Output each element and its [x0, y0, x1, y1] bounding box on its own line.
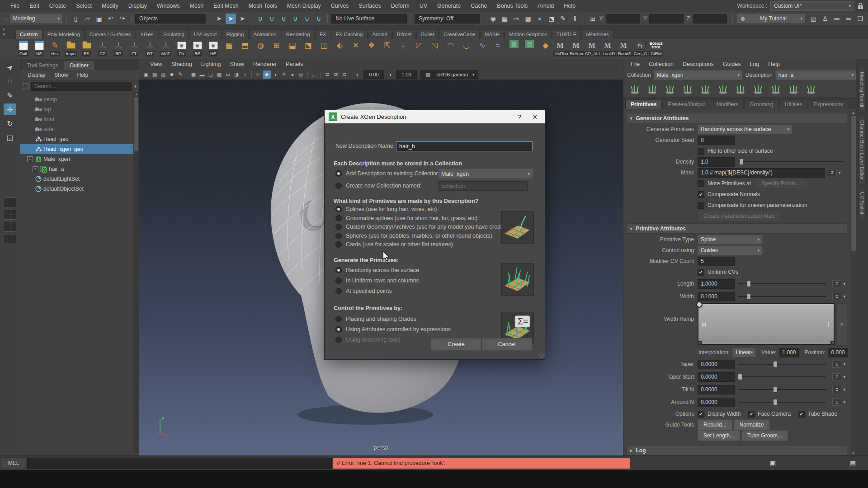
- radio-new-collection[interactable]: Create new Collection named:: [335, 183, 421, 189]
- tilt-n-slider[interactable]: [738, 389, 826, 390]
- snap-point-icon[interactable]: ∪: [278, 14, 289, 24]
- select-component-icon[interactable]: ➤: [237, 14, 248, 24]
- paint-effects-icon[interactable]: ✎: [558, 14, 568, 24]
- preview-off-icon[interactable]: [646, 83, 659, 95]
- export-patches-icon[interactable]: [681, 83, 694, 95]
- shaded-textured-icon[interactable]: ◑: [271, 70, 279, 79]
- select-guides-icon[interactable]: [787, 83, 800, 95]
- shelf-item-curve-wave-icon[interactable]: ≈: [490, 40, 506, 51]
- render-view-icon[interactable]: ◉: [488, 14, 498, 24]
- viewport-menu-panels[interactable]: Panels: [281, 61, 307, 67]
- menubar-item-mesh[interactable]: Mesh: [185, 0, 209, 12]
- grid-toggle-icon[interactable]: ▦: [189, 70, 198, 79]
- normalize-button[interactable]: Normalize: [734, 419, 770, 430]
- shelf-tab-animation[interactable]: Animation: [249, 30, 281, 39]
- scale-tool-icon[interactable]: ◱: [4, 131, 16, 143]
- tab-tool-settings[interactable]: Tool Settings: [22, 61, 64, 70]
- outliner-scrollbar[interactable]: ▲: [133, 92, 139, 453]
- drag-handle-icon[interactable]: ∷∷: [3, 16, 8, 21]
- shelf-tab-custom[interactable]: Custom: [15, 30, 42, 39]
- outliner-item-defaultLightSet[interactable]: defaultLightSet: [20, 174, 139, 184]
- outliner-item-Head_geo[interactable]: Head_geo: [20, 134, 139, 144]
- outliner-item-hair_a[interactable]: +Xhair_a: [20, 164, 139, 174]
- xgen-tab-modifiers[interactable]: Modifiers: [711, 99, 744, 109]
- chevron-down-icon[interactable]: ▾: [843, 282, 845, 286]
- radio-icon[interactable]: [335, 206, 342, 212]
- map-expression-icon[interactable]: Σ: [832, 361, 841, 368]
- select-region-icon[interactable]: [804, 83, 818, 95]
- slider-handle[interactable]: [747, 294, 750, 299]
- render-current-frame-icon[interactable]: ▦: [500, 14, 510, 24]
- expand-icon[interactable]: +: [33, 166, 38, 172]
- search-input[interactable]: [31, 82, 132, 91]
- outliner-menu-show[interactable]: Show: [50, 72, 72, 78]
- shelf-item-Impo[interactable]: Impo: [63, 40, 79, 56]
- xgen-tab-expressions[interactable]: Expressions: [808, 99, 848, 109]
- slider-handle[interactable]: [740, 159, 743, 164]
- map-expression-icon[interactable]: Σ: [828, 169, 837, 176]
- shelf-item-poly-layers2-icon[interactable]: ⬔: [300, 40, 316, 51]
- face-camera-checkbox[interactable]: [748, 411, 755, 418]
- xgen-menu-descriptions[interactable]: Descriptions: [678, 61, 718, 67]
- shelf-item-Outl[interactable]: Outl: [15, 40, 31, 56]
- snap-projected-center-icon[interactable]: ∪: [290, 14, 301, 24]
- shelf-item-CtRM[interactable]: BONUS TOOLCtRM: [648, 40, 664, 56]
- undo-icon[interactable]: ↶: [105, 14, 116, 24]
- shelf-item-BE[interactable]: ◉BE: [189, 40, 205, 56]
- radio-icon[interactable]: [335, 267, 342, 273]
- safe-title-icon[interactable]: T: [241, 70, 249, 79]
- scrollbar-thumb[interactable]: [851, 116, 856, 251]
- shelf-item-poly-unlock-icon[interactable]: ◹: [427, 40, 443, 51]
- pause-viewport-icon[interactable]: ‖: [570, 14, 580, 24]
- command-history-icon[interactable]: ▤: [848, 458, 858, 469]
- shelf-item-CP[interactable]: CP: [94, 40, 110, 56]
- shelf-tab-fx[interactable]: FX: [315, 30, 331, 39]
- bookmark-icon[interactable]: ◆: [168, 70, 176, 79]
- radio-icon[interactable]: [335, 215, 342, 221]
- layout-split-lr-icon[interactable]: [4, 222, 16, 232]
- shelf-item-AMToo[interactable]: MAMToo: [553, 40, 569, 56]
- shelf-item-Cen_C[interactable]: PyCen_C: [632, 40, 648, 56]
- menubar-item-file[interactable]: File: [5, 0, 24, 12]
- width-field[interactable]: 0.1000: [698, 292, 735, 301]
- slider-handle[interactable]: [774, 387, 777, 392]
- camera-attrs-icon[interactable]: ▥: [159, 70, 167, 79]
- shelf-item-poly-flatten-icon[interactable]: ⤓: [395, 40, 411, 51]
- map-expression-icon[interactable]: Σ: [832, 280, 841, 287]
- pane-layout3-icon[interactable]: ⧉: [340, 70, 349, 79]
- script-editor-icon[interactable]: ▣: [768, 458, 778, 469]
- exposure-field[interactable]: 0.00: [363, 70, 384, 79]
- viewport-menu-lighting[interactable]: Lighting: [197, 61, 226, 67]
- shelf-item-FN[interactable]: ◉FN: [174, 40, 189, 56]
- outliner-menu-help[interactable]: Help: [73, 72, 92, 78]
- radio-icon[interactable]: [335, 241, 342, 248]
- outliner-item-top[interactable]: top: [20, 104, 139, 114]
- menubar-item-curves[interactable]: Curves: [326, 0, 354, 12]
- dock-tab-uv-toolkit[interactable]: UV Toolkit: [859, 187, 866, 219]
- shelf-tab-fx-caching[interactable]: FX Caching: [331, 30, 367, 39]
- menubar-item-windows[interactable]: Windows: [152, 0, 185, 12]
- specify-points-button[interactable]: Specify Points...: [755, 178, 806, 189]
- viewport-menu-view[interactable]: View: [146, 61, 167, 67]
- radio-using-grooming-tools[interactable]: Using Grooming tools: [335, 337, 400, 343]
- shelf-item-LookD[interactable]: MLookD: [601, 40, 617, 56]
- ramp-key-handle[interactable]: [696, 301, 703, 308]
- shelf-menu-buttons[interactable]: ▾≡: [3, 27, 14, 36]
- camera-select-icon[interactable]: ▣: [142, 70, 150, 79]
- make-live-icon[interactable]: ∪: [314, 14, 324, 24]
- description-name-input[interactable]: [396, 141, 533, 151]
- menubar-item-mesh-tools[interactable]: Mesh Tools: [244, 0, 282, 12]
- outliner-item-Male_xgen[interactable]: −XMale_xgen: [20, 154, 139, 164]
- mask-expression-field[interactable]: 1.0 # map('${DESC}/density/'): [698, 168, 825, 178]
- outliner-item-persp[interactable]: persp: [20, 94, 139, 104]
- new-collection-input[interactable]: [438, 181, 528, 191]
- absolute-transform-icon[interactable]: ⊞: [588, 14, 598, 24]
- tab-outliner[interactable]: Outliner: [64, 61, 94, 70]
- menubar-item-display[interactable]: Display: [123, 0, 152, 12]
- shelf-item-poly-cube-icon[interactable]: ⬒: [237, 40, 253, 51]
- slider-handle[interactable]: [774, 399, 777, 405]
- menubar-item-cache[interactable]: Cache: [466, 0, 492, 12]
- tube-groom-button[interactable]: Tube Groom...: [741, 430, 788, 441]
- xgen-menu-help[interactable]: Help: [764, 61, 784, 67]
- gate-mask-icon[interactable]: ▩: [215, 70, 223, 79]
